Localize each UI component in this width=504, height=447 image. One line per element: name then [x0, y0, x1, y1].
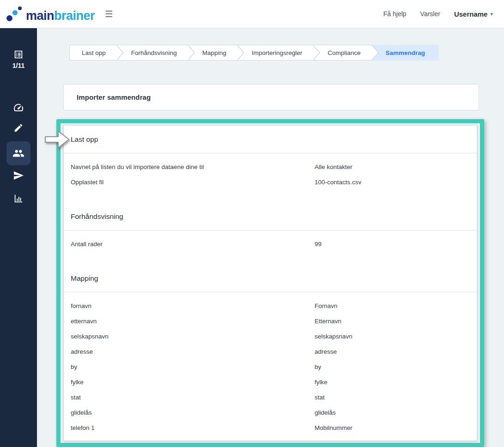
summary-row: Opplastet fil 100-contacts.csv [64, 175, 477, 190]
mapping-row: telefon 1 Mobilnummer [64, 420, 477, 435]
section-forhandsvisning: Forhåndsvisning Antall rader 99 [64, 203, 477, 252]
mapping-row: stat stat [64, 390, 477, 405]
step-tab-forhandsvisning[interactable]: Forhåndsvisning [117, 45, 188, 60]
section-mapping: Mapping fornavn Fornavn etternavn Ettern… [64, 265, 477, 441]
step-tab-importeringsregler[interactable]: Importeringsregler [237, 45, 314, 60]
sidebar-item-campaigns[interactable] [0, 170, 37, 181]
row-label: by [71, 363, 315, 370]
row-value: adresse [315, 348, 477, 355]
row-value: by [315, 363, 477, 370]
section-title: Last opp [71, 135, 98, 144]
row-label: selskapsnavn [71, 333, 315, 340]
highlight-box: Last opp Navnet på listen du vil importe… [56, 119, 484, 447]
step-tab-sammendrag[interactable]: Sammendrag [372, 45, 439, 60]
row-label: Antall rader [71, 241, 315, 248]
sidebar-item-dashboard[interactable] [0, 102, 37, 113]
sidebar-nav: 1/11 [0, 28, 37, 447]
sidebar-item-crm-contacts[interactable] [6, 141, 30, 165]
row-value: selskapsnavn [315, 333, 477, 340]
paper-plane-icon [13, 170, 24, 181]
page-title: Importer sammendrag [77, 93, 151, 101]
row-label: stat [71, 394, 315, 401]
step-tab-last-opp[interactable]: Last opp [69, 45, 117, 60]
main-content: Last opp Forhåndsvisning Mapping Importe… [37, 28, 504, 447]
section-title: Forhåndsvisning [71, 212, 123, 221]
row-value: Don't import this column [315, 440, 477, 441]
row-label: adresse [71, 348, 315, 355]
mapping-row: adresse adresse [64, 344, 477, 359]
row-value: 100-contacts.csv [315, 179, 477, 186]
mapping-row: fylke fylke [64, 375, 477, 390]
row-label: telefon [71, 440, 315, 441]
row-label: glidelås [71, 409, 315, 416]
row-label: Opplastet fil [71, 179, 315, 186]
summary-title-card: Importer sammendrag [63, 84, 479, 110]
section-title: Mapping [71, 274, 98, 283]
mapping-row: glidelås glidelås [64, 405, 477, 420]
sidebar-item-overview[interactable]: 1/11 [0, 49, 37, 69]
sidebar-item-create[interactable] [0, 123, 37, 133]
chevron-down-icon: ▾ [490, 11, 493, 17]
row-value: Fornavn [315, 302, 477, 309]
section-last-opp: Last opp Navnet på listen du vil importe… [64, 126, 477, 190]
row-value: fylke [315, 379, 477, 386]
brand-wordmark: mainbrainer [26, 10, 95, 22]
bar-chart-icon [13, 193, 24, 204]
summary-card: Last opp Navnet på listen du vil importe… [63, 125, 477, 441]
people-icon [12, 147, 24, 159]
row-value: 99 [315, 241, 477, 248]
row-value: Alle kontakter [315, 163, 477, 170]
help-link[interactable]: Få hjelp [383, 10, 407, 18]
row-label: etternavn [71, 318, 315, 325]
list-icon [13, 49, 24, 60]
row-value: Etternavn [315, 318, 477, 325]
row-value: Mobilnummer [315, 424, 477, 431]
alerts-link[interactable]: Varsler [420, 10, 440, 18]
row-value: glidelås [315, 409, 477, 416]
pager-count: 1/11 [12, 62, 24, 69]
step-tab-compliance[interactable]: Compliance [313, 45, 371, 60]
mapping-row: telefon Don't import this column [64, 435, 477, 441]
row-label: telefon 1 [71, 424, 315, 431]
brand-dots-icon [6, 6, 24, 22]
brand-logo[interactable]: mainbrainer [6, 6, 95, 22]
sidebar-item-insights[interactable] [0, 193, 37, 204]
user-menu[interactable]: Username ▾ [454, 10, 493, 18]
pencil-icon [13, 123, 24, 133]
username-label: Username [454, 10, 488, 18]
summary-row: Antall rader 99 [64, 236, 477, 252]
mapping-row: etternavn Etternavn [64, 314, 477, 329]
summary-row: Navnet på listen du vil importere dataen… [64, 159, 477, 175]
menu-toggle-icon[interactable]: ☰ [105, 10, 113, 18]
step-tab-mapping[interactable]: Mapping [188, 45, 237, 60]
mapping-row: by by [64, 359, 477, 375]
row-label: Navnet på listen du vil importere dataen… [71, 163, 315, 170]
row-label: fornavn [71, 302, 315, 309]
mapping-row: fornavn Fornavn [64, 298, 477, 314]
app-header: mainbrainer ☰ Få hjelp Varsler Username … [0, 0, 504, 28]
annotation-arrow-icon [44, 130, 70, 150]
speedometer-icon [13, 102, 24, 113]
row-label: fylke [71, 379, 315, 386]
mapping-row: selskapsnavn selskapsnavn [64, 329, 477, 344]
row-value: stat [315, 394, 477, 401]
wizard-steps: Last opp Forhåndsvisning Mapping Importe… [69, 45, 439, 60]
